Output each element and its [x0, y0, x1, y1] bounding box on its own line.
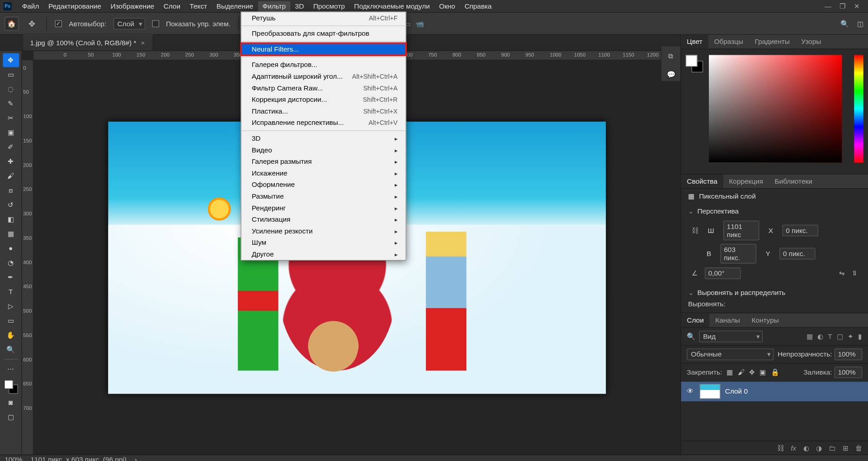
menu-выделение[interactable]: Выделение	[212, 1, 258, 11]
show-controls-checkbox[interactable]	[152, 20, 159, 27]
brush-tool[interactable]: 🖌	[3, 169, 19, 183]
menu-item-усиление-резкости[interactable]: Усиление резкости	[241, 225, 406, 237]
screenmode-icon[interactable]: ▢	[3, 410, 19, 424]
opacity-input[interactable]: 100%	[835, 349, 862, 361]
link-wh-icon[interactable]: ⛓	[692, 226, 698, 234]
filter-type-icon[interactable]: T	[828, 333, 832, 341]
width-input[interactable]: 1101 пикс	[723, 221, 759, 241]
menu-item-искажение[interactable]: Искажение	[241, 167, 406, 179]
new-layer-icon[interactable]: ⊞	[843, 444, 849, 452]
flip-h-icon[interactable]: ⇋	[839, 269, 845, 277]
fill-input[interactable]: 100%	[835, 366, 862, 378]
menu-изображение[interactable]: Изображение	[106, 1, 159, 11]
tab-образцы[interactable]: Образцы	[708, 35, 749, 49]
filter-shape-icon[interactable]: ▢	[837, 333, 843, 341]
path-select-tool[interactable]: ▷	[3, 299, 19, 314]
eyedropper-tool[interactable]: ✐	[3, 140, 19, 154]
menu-item-пластика-[interactable]: Пластика...Shift+Ctrl+X	[241, 105, 406, 117]
filter-kind-select[interactable]: Вид	[699, 331, 763, 342]
layer-name[interactable]: Слой 0	[725, 387, 748, 395]
edit-toolbar-icon[interactable]: ⋯	[3, 362, 19, 376]
tab-градиенты[interactable]: Градиенты	[749, 35, 796, 49]
history-brush-tool[interactable]: ↺	[3, 198, 19, 212]
menu-справка[interactable]: Справка	[460, 1, 496, 11]
mask-icon[interactable]: ◐	[803, 444, 809, 452]
tab-каналы[interactable]: Каналы	[710, 313, 746, 327]
color-field[interactable]	[709, 55, 842, 163]
zoom-tool[interactable]: 🔍	[3, 343, 19, 357]
dodge-tool[interactable]: ◔	[3, 256, 19, 270]
search-icon[interactable]: 🔍	[840, 19, 849, 28]
doc-info-arrow-icon[interactable]: ›	[135, 456, 137, 461]
tab-свойства[interactable]: Свойства	[681, 174, 723, 188]
close-tab-icon[interactable]: ×	[141, 39, 145, 47]
menu-item-исправление-перспективы-[interactable]: Исправление перспективы...Alt+Ctrl+V	[241, 117, 406, 129]
menu-окно[interactable]: Окно	[434, 1, 460, 11]
filter-kind-icon[interactable]: 🔍	[687, 333, 695, 341]
tab-узоры[interactable]: Узоры	[796, 35, 827, 49]
blur-tool[interactable]: ●	[3, 242, 19, 256]
menu-item-3d[interactable]: 3D	[241, 133, 406, 144]
menu-item-галерея-фильтров-[interactable]: Галерея фильтров...	[241, 59, 406, 71]
group-icon[interactable]: 🗀	[829, 444, 835, 452]
document-tab[interactable]: 1.jpg @ 100% (Слой 0, RGB/8#) * ×	[23, 35, 154, 51]
menu-item-галерея-размытия[interactable]: Галерея размытия	[241, 156, 406, 167]
menu-item-оформление[interactable]: Оформление	[241, 179, 406, 191]
color-swatch-pair[interactable]	[686, 55, 703, 72]
move-tool[interactable]: ✥	[3, 53, 19, 67]
filter-pixel-icon[interactable]: ▦	[807, 333, 813, 341]
comments-panel-icon[interactable]: 💬	[665, 68, 677, 81]
menu-item-фильтр-camera-raw-[interactable]: Фильтр Camera Raw...Shift+Ctrl+A	[241, 82, 406, 94]
menu-item-адаптивный-широкий-угол-[interactable]: Адаптивный широкий угол...Alt+Shift+Ctrl…	[241, 71, 406, 82]
zoom-level[interactable]: 100%	[5, 456, 22, 461]
hue-slider[interactable]	[854, 55, 863, 163]
type-tool[interactable]: T	[3, 285, 19, 299]
workspace-icon[interactable]: ◫	[857, 19, 863, 28]
link-layers-icon[interactable]: ⛓	[777, 444, 784, 452]
lock-all-icon[interactable]: 🔒	[771, 368, 779, 376]
menu-просмотр[interactable]: Просмотр	[308, 1, 349, 11]
minimize-icon[interactable]: —	[825, 2, 831, 10]
menu-item-другое[interactable]: Другое	[241, 248, 406, 260]
frame-tool[interactable]: ▣	[3, 126, 19, 140]
y-input[interactable]: 0 пикс.	[779, 248, 815, 260]
layer-row[interactable]: 👁 Слой 0	[681, 382, 868, 402]
foreground-background-swatch[interactable]	[3, 379, 19, 395]
adjustment-icon[interactable]: ◑	[816, 444, 822, 452]
lock-artboard-icon[interactable]: ▣	[760, 368, 766, 376]
menu-item-neural-filters-[interactable]: Neural Filters...	[241, 43, 406, 55]
marquee-tool[interactable]: ▭	[3, 68, 19, 82]
pen-tool[interactable]: ✒	[3, 271, 19, 285]
auto-select-dropdown[interactable]: Слой	[113, 18, 146, 29]
filter-toggle-icon[interactable]: ▮	[858, 333, 862, 341]
menu-item-размытие[interactable]: Размытие	[241, 190, 406, 202]
crop-tool[interactable]: ✂	[3, 111, 19, 125]
lasso-tool[interactable]: ◌	[3, 82, 19, 96]
tab-библиотеки[interactable]: Библиотеки	[769, 174, 818, 188]
menu-item-коррекция-дисторсии-[interactable]: Коррекция дисторсии...Shift+Ctrl+R	[241, 94, 406, 105]
stamp-tool[interactable]: ⧈	[3, 184, 19, 198]
ruler-vertical[interactable]: 0501001502002503003504004505005506006507…	[22, 60, 34, 455]
menu-item-рендеринг[interactable]: Рендеринг	[241, 202, 406, 214]
menu-фильтр[interactable]: Фильтр	[258, 1, 290, 11]
fx-icon[interactable]: fx	[791, 444, 796, 452]
menu-item-стилизация[interactable]: Стилизация	[241, 214, 406, 225]
eraser-tool[interactable]: ◧	[3, 213, 19, 227]
menu-item-ретушь[interactable]: РетушьAlt+Ctrl+F	[241, 12, 406, 24]
tab-контуры[interactable]: Контуры	[746, 313, 785, 327]
quickmask-icon[interactable]: ◙	[3, 395, 19, 409]
tab-цвет[interactable]: Цвет	[681, 35, 708, 49]
menu-файл[interactable]: Файл	[17, 1, 43, 11]
angle-input[interactable]: 0,00°	[705, 267, 741, 279]
menu-подключаемые модули[interactable]: Подключаемые модули	[349, 1, 434, 11]
flip-v-icon[interactable]: ⥮	[852, 269, 858, 277]
x-input[interactable]: 0 пикс.	[783, 225, 818, 237]
menu-item-преобразовать-для-смарт-фильтров[interactable]: Преобразовать для смарт-фильтров	[241, 28, 406, 39]
filter-smart-icon[interactable]: ✦	[848, 333, 854, 341]
menu-3d[interactable]: 3D	[290, 1, 308, 11]
home-button[interactable]: 🏠	[5, 16, 19, 30]
gradient-tool[interactable]: ▦	[3, 227, 19, 241]
hand-tool[interactable]: ✋	[3, 328, 19, 342]
shape-tool[interactable]: ▭	[3, 314, 19, 328]
tab-слои[interactable]: Слои	[681, 313, 710, 327]
